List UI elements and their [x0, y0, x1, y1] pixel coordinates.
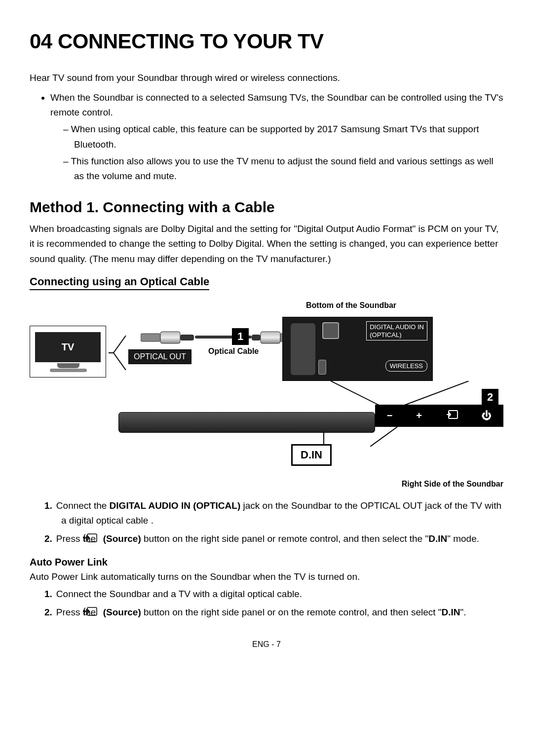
bullet-main: When the Soundbar is connected to a sele…: [50, 90, 503, 184]
din-callout-line: [323, 432, 324, 446]
soundbar-illustration: [118, 412, 375, 433]
bullet-text: When the Soundbar is connected to a sele…: [50, 92, 503, 117]
cable-plug-left: [141, 329, 194, 346]
soundbar-port-panel: DIGITAL AUDIO IN (OPTICAL) WIRELESS: [282, 317, 433, 381]
number-marker-1: 1: [232, 328, 249, 345]
optical-cable-heading: Connecting using an Optical Cable: [30, 275, 209, 290]
wireless-label: WIRELESS: [385, 360, 427, 372]
source-icon: [446, 410, 458, 422]
digital-audio-in-label: DIGITAL AUDIO IN (OPTICAL): [366, 321, 427, 340]
power-icon: ⏻: [482, 410, 492, 421]
number-marker-2: 2: [482, 389, 498, 406]
svg-rect-3: [180, 335, 194, 340]
tv-illustration: TV: [30, 326, 106, 378]
apl-step-2: 2.Press the (Source) button on the right…: [44, 605, 503, 620]
svg-rect-5: [261, 332, 280, 343]
optical-out-label: OPTICAL OUT: [128, 349, 191, 364]
optical-port-icon: [322, 322, 339, 339]
intro-text: Hear TV sound from your Soundbar through…: [30, 71, 503, 85]
method-1-heading: Method 1. Connecting with a Cable: [30, 199, 503, 216]
callout-line-2: [370, 427, 400, 447]
svg-rect-2: [160, 332, 180, 343]
din-label: D.IN: [291, 444, 332, 466]
tv-label: TV: [35, 332, 101, 362]
dash-item-2: This function also allows you to use the…: [63, 154, 503, 184]
plus-icon: +: [416, 410, 422, 421]
label-bottom-of-soundbar: Bottom of the Soundbar: [306, 301, 396, 310]
svg-rect-4: [252, 335, 261, 340]
bracket-icon: [109, 336, 128, 370]
method-1-para: When broadcasting signals are Dolby Digi…: [30, 222, 503, 266]
apl-step-1: 1.Connect the Soundbar and a TV with a d…: [44, 587, 503, 602]
connection-diagram: Bottom of the Soundbar TV OPTICAL OUT 1 …: [30, 301, 503, 489]
auto-power-link-steps: 1.Connect the Soundbar and a TV with a d…: [44, 587, 503, 620]
wireless-port-icon: [318, 360, 326, 375]
soundbar-side-panel: − + ⏻: [375, 405, 503, 427]
page-title: 04 CONNECTING TO YOUR TV: [30, 30, 503, 53]
minus-icon: −: [387, 410, 393, 421]
dash-item-1: When using optical cable, this feature c…: [63, 122, 503, 152]
label-right-side-soundbar: Right Side of the Soundbar: [402, 480, 503, 489]
svg-line-7: [370, 427, 397, 447]
auto-power-link-para: Auto Power Link automatically turns on t…: [30, 570, 503, 584]
step-1: 1.Connect the DIGITAL AUDIO IN (OPTICAL)…: [44, 498, 503, 529]
step-2: 2.Press the (Source) button on the right…: [44, 531, 503, 547]
auto-power-link-heading: Auto Power Link: [30, 557, 503, 568]
svg-rect-1: [141, 334, 160, 341]
optical-cable-label: Optical Cable: [208, 347, 259, 356]
connection-steps: 1.Connect the DIGITAL AUDIO IN (OPTICAL)…: [44, 498, 503, 547]
page-number: ENG - 7: [30, 640, 503, 649]
